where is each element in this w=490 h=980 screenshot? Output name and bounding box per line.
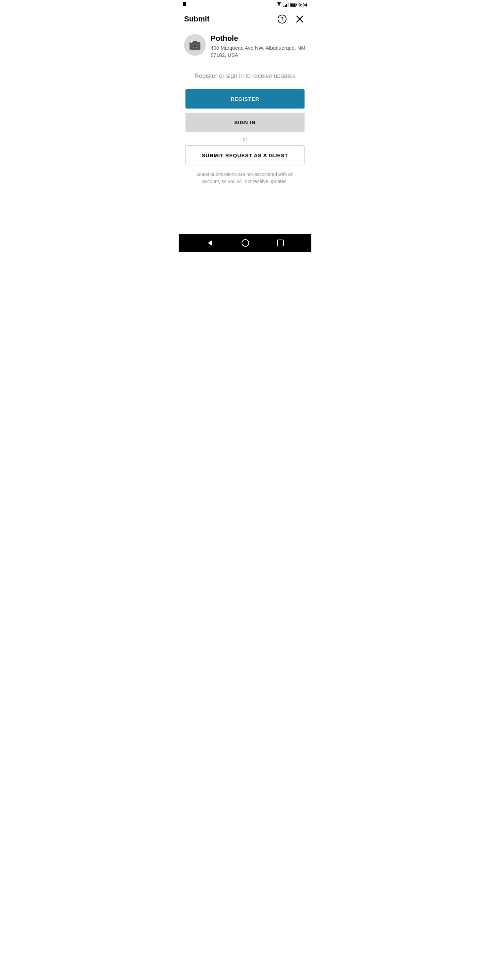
register-button[interactable]: REGISTER [185,89,305,108]
or-divider: or [185,136,305,142]
status-left [183,2,188,8]
svg-rect-1 [183,6,186,7]
svg-rect-3 [285,5,286,7]
svg-point-15 [193,44,197,48]
signin-button[interactable]: SIGN IN [185,113,305,132]
camera-add-icon [189,40,201,50]
issue-info: Pothole 400 Marquette Ave NW, Albuquerqu… [211,34,306,59]
svg-point-20 [242,240,249,247]
prompt-text: Register or sign in to receive updates [185,73,305,80]
app-bar-actions: ? [276,13,306,25]
battery-icon [290,3,297,7]
main-content: Register or sign in to receive updates R… [179,64,311,234]
recent-square-icon [277,239,284,247]
issue-address: 400 Marquette Ave NW, Albuquerque, NM 87… [211,44,306,59]
status-right: 9:34 [276,2,307,8]
svg-rect-16 [193,41,197,43]
guest-submit-button[interactable]: SUBMIT REQUEST AS A GUEST [185,145,305,165]
help-button[interactable]: ? [276,13,288,25]
notification-icon [183,2,188,8]
wifi-icon [276,2,282,7]
svg-rect-5 [288,2,288,7]
svg-rect-2 [283,6,285,7]
app-bar: Submit ? [179,10,311,29]
home-circle-icon [241,239,250,247]
back-arrow-icon [206,239,214,247]
issue-title: Pothole [211,34,306,43]
svg-rect-0 [183,2,186,6]
help-circle-icon: ? [277,14,287,24]
svg-marker-19 [208,240,212,246]
status-time: 9:34 [298,2,307,8]
status-bar: 9:34 [179,0,311,10]
guest-note: Guest submissions are not associated wit… [185,171,305,185]
issue-icon-circle [184,34,206,56]
nav-bar [179,234,311,252]
close-button[interactable] [294,13,306,25]
home-button[interactable] [241,239,250,247]
page-title: Submit [184,14,210,24]
svg-text:?: ? [281,16,284,22]
back-button[interactable] [206,239,214,247]
signal-icon [283,2,289,7]
svg-rect-21 [277,240,283,246]
recent-button[interactable] [277,239,284,247]
close-icon [295,14,304,24]
svg-rect-4 [286,4,287,7]
svg-rect-7 [296,4,297,5]
issue-card: Pothole 400 Marquette Ave NW, Albuquerqu… [179,29,311,64]
